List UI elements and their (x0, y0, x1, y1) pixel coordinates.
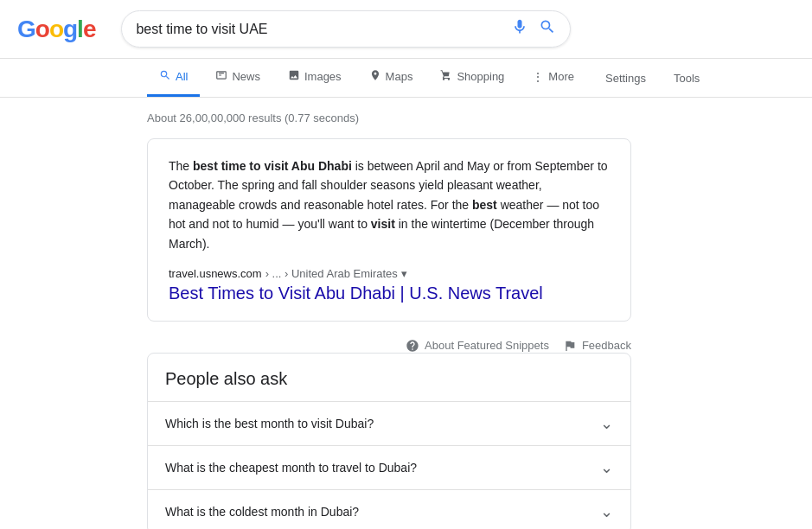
tab-news-label: News (232, 70, 260, 83)
logo-o1: o (35, 16, 49, 42)
tab-news[interactable]: News (203, 59, 272, 97)
paa-question-3: What is the coldest month in Dubai? (165, 505, 359, 519)
feedback-item[interactable]: Feedback (563, 339, 631, 353)
snippet-link[interactable]: Best Times to Visit Abu Dhabi | U.S. New… (169, 284, 543, 303)
all-icon (159, 69, 171, 84)
logo-g2: g (63, 16, 77, 42)
snippet-path: › ... › United Arab Emirates (265, 267, 398, 280)
tab-shopping[interactable]: Shopping (428, 59, 516, 97)
flag-icon (563, 339, 577, 353)
maps-icon (369, 69, 381, 84)
logo-o2: o (49, 16, 63, 42)
snippet-bold2: best (472, 198, 497, 212)
tab-images-label: Images (304, 70, 342, 83)
search-icons (511, 18, 556, 40)
about-snippets-label: About Featured Snippets (425, 339, 549, 352)
shopping-icon (440, 69, 452, 84)
snippet-bold3: visit (371, 217, 395, 231)
featured-snippet: The best time to visit Abu Dhabi is betw… (147, 138, 631, 322)
paa-chevron-3: ⌄ (600, 502, 613, 521)
logo-e: e (83, 16, 96, 42)
tab-images[interactable]: Images (276, 59, 354, 97)
snippet-source-line: travel.usnews.com › ... › United Arab Em… (169, 267, 610, 280)
news-icon (215, 69, 227, 84)
results-area: About 26,00,00,000 results (0.77 seconds… (0, 98, 778, 529)
more-icon: ⋮ (532, 70, 544, 84)
paa-item-1[interactable]: Which is the best month to visit Dubai? … (148, 401, 630, 445)
tab-all[interactable]: All (147, 59, 200, 97)
snippet-footer: About Featured Snippets Feedback (147, 332, 631, 353)
search-submit-icon[interactable] (539, 18, 556, 40)
paa-title: People also ask (148, 354, 630, 401)
snippet-text: The best time to visit Abu Dhabi is betw… (169, 156, 610, 253)
tab-more[interactable]: ⋮ More (520, 60, 586, 97)
snippet-bold1: best time to visit Abu Dhabi (193, 159, 352, 173)
search-bar (121, 10, 571, 48)
tab-maps-label: Maps (386, 70, 413, 83)
images-icon (288, 69, 300, 84)
feedback-label: Feedback (582, 339, 631, 352)
snippet-text-before: The (169, 159, 193, 173)
mic-icon[interactable] (511, 18, 528, 40)
snippet-domain: travel.usnews.com (169, 267, 262, 280)
tab-maps[interactable]: Maps (357, 59, 425, 97)
tab-all-label: All (176, 70, 188, 83)
paa-question-1: Which is the best month to visit Dubai? (165, 417, 374, 430)
search-input[interactable] (136, 22, 511, 37)
header: Google (0, 0, 812, 59)
results-count: About 26,00,00,000 results (0.77 seconds… (147, 112, 631, 124)
about-snippets-item[interactable]: About Featured Snippets (406, 339, 549, 353)
tab-more-label: More (548, 70, 574, 83)
paa-chevron-1: ⌄ (600, 414, 613, 433)
settings-link[interactable]: Settings (593, 61, 658, 95)
paa-item-3[interactable]: What is the coldest month in Dubai? ⌄ (148, 489, 630, 529)
question-circle-icon (406, 339, 419, 353)
paa-item-2[interactable]: What is the cheapest month to travel to … (148, 445, 630, 489)
tools-link[interactable]: Tools (662, 61, 712, 95)
google-logo[interactable]: Google (17, 16, 95, 43)
logo-l: l (77, 16, 83, 42)
paa-question-2: What is the cheapest month to travel to … (165, 461, 417, 475)
snippet-dropdown-icon[interactable]: ▾ (401, 267, 407, 280)
tab-shopping-label: Shopping (457, 70, 504, 83)
nav-tabs: All News Images Maps Shopping ⋮ More Set… (0, 59, 812, 98)
paa-chevron-2: ⌄ (600, 458, 613, 477)
logo-g: G (17, 16, 35, 42)
people-also-ask-box: People also ask Which is the best month … (147, 353, 631, 529)
